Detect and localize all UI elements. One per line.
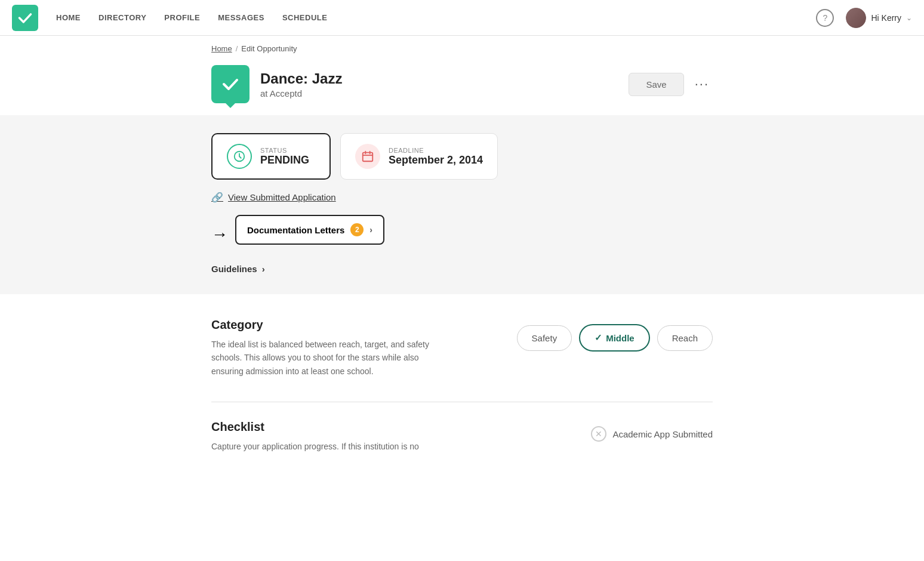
opportunity-subtitle: at Acceptd	[260, 88, 342, 98]
navbar: HOME DIRECTORY PROFILE MESSAGES SCHEDULE…	[0, 0, 924, 36]
deadline-icon	[355, 144, 380, 169]
arrow-indicator: →	[211, 225, 228, 244]
status-info: STATUS PENDING	[260, 147, 309, 167]
doc-letters-row: → Documentation Letters 2 ›	[211, 215, 713, 254]
checklist-title: Checklist	[211, 420, 555, 434]
checklist-item-icon: ✕	[591, 426, 606, 442]
doc-letters-label: Documentation Letters	[247, 225, 344, 235]
view-link-label: View Submitted Application	[228, 192, 336, 202]
nav-messages[interactable]: MESSAGES	[218, 13, 264, 22]
save-button[interactable]: Save	[629, 73, 683, 96]
user-menu[interactable]: Hi Kerry ⌄	[846, 8, 912, 28]
breadcrumb: Home / Edit Opportunity	[211, 44, 713, 53]
category-middle-label: Middle	[606, 333, 635, 343]
doc-letters-chevron-icon: ›	[369, 225, 372, 235]
nav-directory[interactable]: DIRECTORY	[98, 13, 146, 22]
category-description: The ideal list is balanced between reach…	[211, 338, 450, 378]
page-header: Dance: Jazz at Acceptd Save ···	[211, 59, 713, 115]
checklist-item-label: Academic App Submitted	[612, 429, 713, 439]
page-header-left: Dance: Jazz at Acceptd	[211, 65, 342, 103]
category-reach-button[interactable]: Reach	[657, 325, 713, 351]
checklist-items: ✕ Academic App Submitted	[591, 426, 713, 442]
header-actions: Save ···	[629, 73, 713, 96]
breadcrumb-current: Edit Opportunity	[241, 44, 297, 53]
more-options-button[interactable]: ···	[691, 73, 713, 95]
logo[interactable]	[12, 5, 38, 31]
status-label: STATUS	[260, 147, 309, 154]
category-section: Category The ideal list is balanced betw…	[211, 318, 713, 378]
avatar-image	[846, 8, 866, 28]
nav-profile[interactable]: PROFILE	[164, 13, 200, 22]
deadline-card: DEADLINE September 2, 2014	[340, 133, 498, 180]
doc-letters-badge: 2	[350, 223, 364, 236]
user-chevron-icon: ⌄	[906, 14, 912, 22]
opportunity-title: Dance: Jazz	[260, 70, 342, 87]
deadline-label: DEADLINE	[389, 147, 483, 154]
checklist-description: Capture your application progress. If th…	[211, 440, 450, 453]
link-icon: 🔗	[211, 192, 223, 203]
nav-schedule[interactable]: SCHEDULE	[282, 13, 328, 22]
status-card[interactable]: STATUS PENDING	[211, 133, 331, 180]
checklist-item: ✕ Academic App Submitted	[591, 426, 713, 442]
breadcrumb-area: Home / Edit Opportunity	[211, 36, 713, 59]
breadcrumb-separator: /	[236, 44, 238, 53]
checklist-left: Checklist Capture your application progr…	[211, 420, 555, 453]
checklist-section: Checklist Capture your application progr…	[211, 420, 713, 453]
category-buttons: Safety ✓ Middle Reach	[517, 324, 713, 352]
deadline-info: DEADLINE September 2, 2014	[389, 147, 483, 167]
nav-links: HOME DIRECTORY PROFILE MESSAGES SCHEDULE	[56, 13, 816, 22]
category-title: Category	[211, 318, 481, 332]
breadcrumb-home[interactable]: Home	[211, 44, 232, 53]
nav-home[interactable]: HOME	[56, 13, 81, 22]
status-value: PENDING	[260, 154, 309, 167]
documentation-letters-button[interactable]: Documentation Letters 2 ›	[235, 215, 384, 245]
guidelines-label: Guidelines	[211, 264, 257, 274]
status-deadline-row: STATUS PENDING DEADLINE September 2, 2	[211, 133, 713, 180]
guidelines-button[interactable]: Guidelines ›	[211, 261, 265, 276]
section-divider	[211, 402, 713, 402]
category-middle-button[interactable]: ✓ Middle	[579, 324, 650, 352]
opportunity-info: Dance: Jazz at Acceptd	[260, 70, 342, 98]
help-button[interactable]: ?	[816, 9, 834, 27]
check-icon: ✓	[595, 332, 602, 343]
guidelines-row: Guidelines ›	[211, 261, 713, 276]
svg-rect-1	[363, 153, 373, 162]
view-submitted-application-link[interactable]: 🔗 View Submitted Application	[211, 192, 713, 203]
guidelines-chevron-icon: ›	[262, 264, 265, 274]
user-greeting: Hi Kerry	[871, 13, 901, 23]
category-left: Category The ideal list is balanced betw…	[211, 318, 481, 378]
avatar	[846, 8, 866, 28]
status-icon	[227, 144, 252, 169]
opportunity-icon	[211, 65, 250, 103]
deadline-value: September 2, 2014	[389, 154, 483, 167]
category-safety-button[interactable]: Safety	[517, 325, 572, 351]
